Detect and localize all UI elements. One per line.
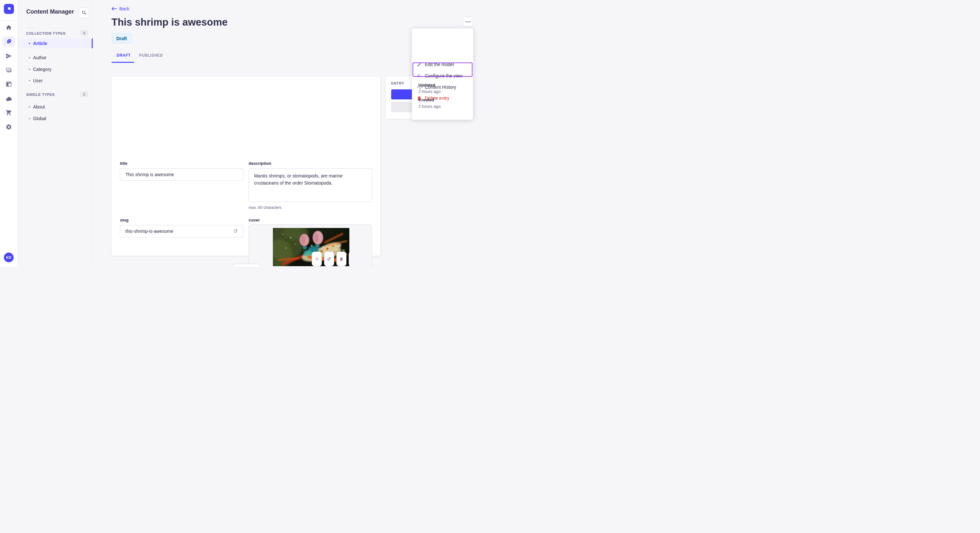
bullet-icon <box>29 118 30 119</box>
home-icon <box>5 24 12 31</box>
trash-outline-icon <box>339 257 344 261</box>
media-library-icon <box>5 67 12 73</box>
subnav-item-label: Author <box>33 55 46 60</box>
single-types-count-badge: 2 <box>80 91 88 97</box>
title-field-label: title <box>120 161 127 166</box>
slug-input[interactable] <box>120 225 243 237</box>
section-label-collection-types: COLLECTION TYPES <box>26 32 65 35</box>
slug-field-label: slug <box>120 217 129 222</box>
sidebar-item-marketplace[interactable] <box>2 108 15 118</box>
sidebar-item-releases[interactable] <box>2 51 15 61</box>
ellipsis-icon <box>466 21 467 22</box>
feather-icon <box>5 38 12 45</box>
sidebar-item-media-library[interactable] <box>2 65 15 75</box>
cover-media-field: this-shrimp-is-awesome <box>248 224 372 266</box>
bullet-icon <box>29 80 30 81</box>
cover-image <box>273 228 349 266</box>
active-tab-underline <box>111 62 134 63</box>
created-label: Created <box>418 97 434 102</box>
subnav-item-article[interactable]: Article <box>18 38 93 48</box>
configure-icon <box>417 73 422 78</box>
entry-panel-title: ENTRY <box>391 81 404 85</box>
sidebar-item-deploy[interactable] <box>2 94 15 104</box>
collection-types-count-badge: 4 <box>80 30 88 36</box>
subnav-item-user[interactable]: User <box>18 76 93 86</box>
sidebar-item-settings[interactable] <box>2 122 15 132</box>
delete-media-button[interactable] <box>336 252 347 266</box>
subnav-item-about[interactable]: About <box>18 102 93 112</box>
pencil-icon <box>417 62 422 67</box>
regenerate-slug-button[interactable] <box>233 228 238 235</box>
strapi-logo[interactable] <box>4 4 14 14</box>
bullet-icon <box>29 43 30 44</box>
subnav-item-global[interactable]: Global <box>18 114 93 124</box>
created-value: 2 hours ago <box>418 104 441 109</box>
status-badge: Draft <box>112 34 132 43</box>
subnav-item-label: About <box>33 104 45 109</box>
gear-icon <box>5 124 12 130</box>
menu-divider <box>412 78 473 79</box>
paper-plane-icon <box>5 53 12 59</box>
subnav-divider <box>26 27 34 28</box>
cart-icon <box>5 109 12 116</box>
user-avatar[interactable]: KD <box>4 252 14 262</box>
subnav-item-label: Global <box>33 116 46 121</box>
bullet-icon <box>29 69 30 70</box>
description-textarea[interactable]: Mantis shrimps, or stomatopods, are mari… <box>248 168 372 202</box>
arrow-left-icon <box>111 7 117 11</box>
description-field-label: description <box>248 161 271 166</box>
tab-draft[interactable]: DRAFT <box>117 53 130 58</box>
copy-link-button[interactable] <box>324 252 334 266</box>
tab-published[interactable]: PUBLISHED <box>139 53 163 58</box>
subnav-item-label: User <box>33 78 43 83</box>
section-label-single-types: SINGLE TYPES <box>26 93 55 97</box>
more-options-button[interactable] <box>463 17 473 27</box>
main-nav-rail: KD <box>0 0 18 266</box>
subnav-title: Content Manager <box>26 8 74 15</box>
subnav-item-author[interactable]: Author <box>18 53 93 62</box>
back-link[interactable]: Back <box>111 6 129 11</box>
plus-icon <box>315 257 319 261</box>
link-icon <box>326 255 332 262</box>
subnav-item-category[interactable]: Category <box>18 65 93 74</box>
bullet-icon <box>29 57 30 58</box>
scroll-handle-pill[interactable] <box>233 264 261 266</box>
sidebar-item-content-manager[interactable] <box>2 36 15 47</box>
updated-label: Updated <box>418 82 435 87</box>
edit-media-button[interactable] <box>349 252 349 266</box>
sidebar-item-content-type-builder[interactable] <box>2 79 15 89</box>
sidebar-item-home[interactable] <box>2 22 15 33</box>
search-button[interactable] <box>79 8 89 18</box>
menu-item-label: Configure the view <box>425 73 463 78</box>
updated-value: 2 hours ago <box>418 89 441 94</box>
title-input[interactable] <box>120 168 243 181</box>
description-hint: max. 80 characters <box>248 205 282 210</box>
more-options-menu: Edit the model Configure the view Conten… <box>412 29 473 120</box>
content-manager-subnav: Content Manager COLLECTION TYPES 4 Artic… <box>18 0 93 266</box>
rail-divider <box>0 21 18 21</box>
menu-item-configure-the-view[interactable]: Configure the view <box>412 71 473 81</box>
menu-item-edit-the-model[interactable]: Edit the model <box>412 60 473 69</box>
cloud-icon <box>5 95 12 102</box>
menu-item-label: Edit the model <box>425 62 454 67</box>
add-media-button[interactable] <box>312 252 322 266</box>
subnav-item-label: Category <box>33 67 51 72</box>
subnav-item-label: Article <box>33 41 47 46</box>
layout-icon <box>5 81 12 87</box>
page-title: This shrimp is awesome <box>111 16 228 29</box>
search-icon <box>82 10 86 15</box>
bullet-icon <box>29 106 30 108</box>
refresh-icon <box>233 228 238 234</box>
strapi-logo-icon <box>6 6 12 12</box>
cover-field-label: cover <box>248 217 260 222</box>
back-label: Back <box>119 6 129 11</box>
entry-form-card: title description Mantis shrimps, or sto… <box>111 76 380 256</box>
